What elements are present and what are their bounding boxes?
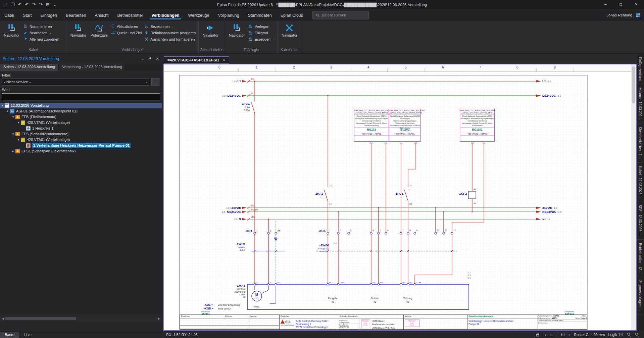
tab-close-icon[interactable]: ✕ <box>222 58 225 62</box>
pin-icon[interactable] <box>148 57 152 61</box>
tree-item-verteilanlage-page[interactable]: 1 Verteilanlage Heizkreis Heizwasser-Vor… <box>0 143 162 148</box>
verbindungen-navigator-button[interactable]: Navigator <box>68 22 89 47</box>
scroll-left-icon[interactable]: ◀ <box>0 317 5 320</box>
tab-einfuegen[interactable]: Einfügen <box>36 10 61 20</box>
tree-item-vta01-efs[interactable]: ▾ = 420.VTA01 (Verteilanlage) <box>0 137 162 143</box>
abbruchstellen-navigator-button[interactable]: Navigator ⌄ <box>200 22 221 47</box>
tree-item-efs1[interactable]: ▸ & EFS1 (Schaltplan Elektrotechnik) <box>0 148 162 154</box>
redo-drop-icon[interactable]: ↷ <box>39 2 43 7</box>
user-apps-icon[interactable] <box>636 13 641 18</box>
canvas-vertical-scrollbar[interactable] <box>631 64 636 330</box>
list-view-tab[interactable]: Liste <box>19 332 36 338</box>
new-page-icon[interactable]: ❏ <box>3 2 7 7</box>
tab-vorplanung[interactable]: Vorplanung <box>214 10 244 20</box>
filter-dropdown[interactable]: - Nicht aktiviert - ⌄ <box>2 78 150 86</box>
tree-item-efs[interactable]: ▾ & EFS (Schaltkreisdokumente) <box>0 131 162 137</box>
kabel-navigator-button[interactable]: Navigator <box>1 22 22 47</box>
tab-segmentvorlagen[interactable]: Segmentvorlagen … <box>637 277 643 315</box>
topologie-navigator-button[interactable]: Navigator <box>227 22 247 47</box>
grid-size-status[interactable]: Raster C: 4,00 mm <box>574 333 605 337</box>
scroll-right-icon[interactable]: ▶ <box>156 317 162 320</box>
tree-item-project[interactable]: ▾ 12.03.2026-Vorstellung <box>0 103 162 108</box>
document-tab[interactable]: =420.VTA01++ASP01&EFS/1 ✕ <box>164 56 229 64</box>
tab-start[interactable]: Start <box>18 10 36 20</box>
verlegen-button[interactable]: Verlegen <box>247 24 276 29</box>
expand-icon[interactable]: ▾ <box>16 137 21 143</box>
panel-tab-seiten[interactable]: Seiten - 12.03.2026-Vorstellung <box>0 64 59 71</box>
undo-icon[interactable]: ↶ <box>25 2 29 7</box>
maximize-button[interactable]: □ <box>613 0 629 9</box>
tree-item-asp01[interactable]: ▾ ++ ASP01 (Automationsschwerpunkt 01) <box>0 108 162 114</box>
scrollbar-thumb[interactable] <box>632 66 635 103</box>
wert-input[interactable] <box>2 93 160 100</box>
tab-sps[interactable]: SPS - 12.03.2026-… <box>637 201 643 239</box>
panel-tab-vorplanung[interactable]: Vorplanung - 12.03.2026-Vorstellung <box>59 64 126 71</box>
object-snap-icon[interactable]: ∩: <box>550 332 554 337</box>
redo-icon[interactable]: ↷ <box>32 2 36 7</box>
open-page-icon[interactable]: ❐ <box>11 2 15 7</box>
customize-icon[interactable]: ⌄ <box>53 2 57 7</box>
ausrichten-button[interactable]: Ausrichten und formatieren <box>143 37 197 42</box>
expand-icon[interactable]: ▾ <box>11 114 15 120</box>
schematic-canvas[interactable]: 1.8 / L1 1.8 / LS24VDC 1.8 / 24VDE 1.8 /… <box>164 72 632 330</box>
zoom-area-icon[interactable] <box>635 332 639 337</box>
expand-icon[interactable]: ▾ <box>0 103 5 108</box>
close-project-icon[interactable]: ⊞ <box>46 2 50 7</box>
erzeugen-button[interactable]: Erzeugen⌄ <box>247 37 276 42</box>
tab-makros[interactable]: Makros - 12.03.202… <box>637 84 643 124</box>
tab-stammdaten[interactable]: Stammdaten <box>244 10 276 20</box>
definitionspunkte-button[interactable]: Definitionspunkte platzieren <box>143 30 197 35</box>
tab-klemmenleisten[interactable]: Klemmenleisten - 1… <box>637 124 643 163</box>
tab-eplan-cloud[interactable]: Eplan Cloud <box>276 10 308 20</box>
nummerieren-button[interactable]: Nummerieren <box>22 24 65 29</box>
ribbon-group-abbruchstellen: Navigator ⌄ Abbruchstellen <box>199 21 225 53</box>
tab-kabel[interactable]: Kabel - 12.03.2026… <box>637 163 643 202</box>
aktualisieren-button[interactable]: Aktualisieren <box>109 24 143 29</box>
plc-box-bi1102[interactable]: AAA_BBB_CCC_ASP01_EEE_420_VTA01_HZK01_HZ… <box>389 109 421 142</box>
bearbeiten-button[interactable]: Bearbeiten⌄ <box>22 30 65 35</box>
tab-ansicht[interactable]: Ansicht <box>90 10 113 20</box>
command-search-input[interactable]: Befehl suchen <box>312 11 369 19</box>
fuellgrad-button[interactable]: Füllgrad <box>247 30 276 35</box>
kabelbaum-navigator-button[interactable]: Navigator <box>279 22 300 47</box>
tab-datei[interactable]: Datei <box>0 10 18 20</box>
bezeichnen-button[interactable]: Bezeichnen⌄ <box>143 24 197 29</box>
collapse-icon[interactable]: ▸ <box>11 148 15 154</box>
tree-item-vta01-efb[interactable]: ▾ = 420.VTA01 (Verteilanlage) <box>0 120 162 126</box>
grid-plus-icon[interactable]: + <box>568 333 571 337</box>
drawing-viewport[interactable]: 0 1 2 3 4 5 6 7 8 9 <box>163 64 637 331</box>
panel-horizontal-scrollbar[interactable]: ◀ ▶ <box>0 316 162 321</box>
plc-box-bi1101[interactable]: AAA_BBB_CCC_ASP01_EEE_420_VTA01_HZK01_HZ… <box>354 109 389 142</box>
plc-box-bo1101[interactable]: AAA_BBB_CCC_ASP01_EEE_420_VTA01_HZK01_HZ… <box>460 109 495 142</box>
filter-more-button[interactable]: ... <box>151 78 160 86</box>
expand-icon[interactable]: ▾ <box>16 120 21 126</box>
scrollbar-thumb[interactable] <box>5 317 76 320</box>
chevron-down-icon: ⌄ <box>171 25 174 28</box>
docked-panel-strip: Einfügezentrum Makros - 12.03.202… Klemm… <box>637 54 644 331</box>
expand-icon[interactable]: ▾ <box>11 131 15 137</box>
tab-betriebsmittel[interactable]: Betriebsmittel - 12… <box>637 240 643 277</box>
lock-icon[interactable] <box>535 332 540 337</box>
user-name[interactable]: Jonas Renning <box>606 13 632 17</box>
minimize-button[interactable]: – <box>598 0 613 9</box>
snap-icon[interactable]: ∩ <box>543 332 546 337</box>
tab-werkzeuge[interactable]: Werkzeuge <box>184 10 214 20</box>
grid-icon[interactable] <box>561 332 565 337</box>
tab-einfuegezentrum[interactable]: Einfügezentrum <box>637 54 643 84</box>
potenziale-button[interactable]: Potenziale <box>89 22 109 47</box>
undo-drop-icon[interactable]: ↶ <box>18 2 21 7</box>
close-button[interactable]: ✕ <box>629 0 644 9</box>
zoom-icon[interactable] <box>627 332 631 337</box>
tab-betriebsmittel[interactable]: Betriebsmittel <box>113 10 147 20</box>
tree-item-efb[interactable]: ▾ & EFB (Fließschemata) <box>0 114 162 120</box>
quelle-und-ziel-button[interactable]: Quelle und Ziel <box>109 30 143 35</box>
tab-bearbeiten[interactable]: Bearbeiten <box>61 10 90 20</box>
logic-scale-status[interactable]: Logik 1:1 <box>608 333 623 337</box>
tree-view-tab[interactable]: Baum <box>0 332 19 338</box>
expand-icon[interactable]: ▾ <box>5 108 10 114</box>
panel-close-icon[interactable]: ✕ <box>156 57 159 61</box>
tree-item-heizkreis[interactable]: 1 Heizkreis 1 <box>0 126 162 131</box>
panel-chevron-down-icon[interactable]: ⌄ <box>141 57 144 61</box>
tab-verbindungen[interactable]: Verbindungen <box>147 10 184 20</box>
alle-neu-zuordnen-button[interactable]: Alle neu zuordnen⌄ <box>22 37 65 42</box>
